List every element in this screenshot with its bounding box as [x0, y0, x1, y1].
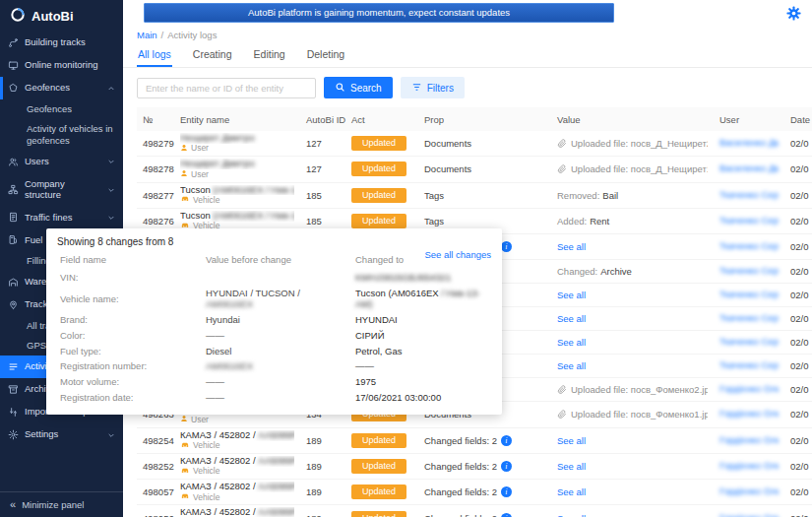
info-icon[interactable]: i [501, 241, 512, 252]
cell-autobi-id: 189 [300, 480, 345, 505]
changes-table: Field nameValue before changeChanged to … [57, 251, 491, 406]
sidebar-item-online-monitoring[interactable]: Online monitoring [0, 54, 123, 77]
tab-all-logs[interactable]: All logs [137, 42, 172, 67]
cell-value: See all [551, 505, 714, 517]
see-all-link[interactable]: See all [557, 486, 586, 497]
vehicle-icon [180, 195, 190, 205]
sidebar-item-traffic-fines[interactable]: Traffic fines [0, 206, 123, 228]
change-before: Hyundai [203, 312, 352, 328]
change-before: АМ0616ЕХ [203, 358, 352, 374]
change-after: —— [352, 358, 491, 374]
announcement-banner: AutoBi platform is gaining momentum, exp… [144, 3, 614, 23]
info-icon[interactable]: i [501, 461, 512, 472]
column-header-7: Date [784, 107, 812, 131]
user-link[interactable]: Ткаченко Сергій [719, 312, 779, 323]
act-badge: Updated [351, 485, 406, 499]
act-badge: Updated [351, 188, 406, 203]
vehicle-icon [180, 467, 190, 477]
cell-user: Ткаченко Сергій [714, 307, 784, 331]
table-row: 498278Нещирет ДмитроUser127UpdatedDocume… [137, 157, 812, 182]
user-link[interactable]: Гордієнко Олексій [719, 512, 779, 517]
see-all-link[interactable]: See all [557, 241, 586, 252]
see-all-link[interactable]: See all [557, 337, 586, 348]
sidebar-subitem-geofences[interactable]: Geofences [0, 99, 123, 119]
user-link[interactable]: Гордієнко Олексій [719, 460, 779, 471]
settings-gear-icon[interactable] [785, 5, 802, 22]
monitoring-icon [8, 60, 19, 71]
cell-prop: Changed fields: 2i [418, 480, 551, 505]
tab-deleting[interactable]: Deleting [306, 42, 346, 67]
user-link[interactable]: Ткаченко Сергій [719, 289, 779, 299]
cell-prop: Changed fields: 2i [418, 505, 551, 517]
cell-act: Updated [345, 131, 418, 157]
user-link[interactable]: Василенко Дмитро [719, 162, 779, 173]
see-all-link[interactable]: See all [557, 461, 586, 472]
tab-creating[interactable]: Creating [192, 42, 233, 67]
cell-date: 02/0 [784, 131, 812, 157]
cell-date: 02/0 [784, 402, 812, 427]
cell-autobi-id: 127 [300, 157, 345, 182]
change-before: Diesel [203, 343, 352, 358]
see-all-link[interactable]: See all [557, 513, 586, 517]
see-all-changes-link[interactable]: See all changes [424, 249, 491, 260]
sidebar-subitem-activity-of-vehicles-in-geofences[interactable]: Activity of vehicles in geofences [0, 119, 123, 151]
users-icon [8, 157, 19, 167]
entity-type: User [180, 144, 294, 154]
sidebar-item-settings[interactable]: Settings [0, 423, 123, 446]
see-all-link[interactable]: See all [557, 290, 586, 300]
app-logo[interactable]: AutoBi [0, 0, 123, 32]
see-all-link[interactable]: See all [557, 360, 586, 371]
filter-icon [411, 82, 422, 95]
cell-act: Updated [345, 427, 418, 453]
user-link[interactable]: Ткаченко Сергій [719, 189, 779, 200]
search-button-label: Search [350, 83, 382, 94]
user-link[interactable]: Гордієнко Олексій [719, 408, 779, 419]
cell-prop: Changed fields: 2i [418, 453, 551, 479]
user-link[interactable]: Гордієнко Олексій [719, 383, 779, 394]
vehicle-icon [180, 492, 190, 502]
breadcrumb-current: Activity logs [167, 30, 217, 40]
sidebar-item-building-tracks[interactable]: Building tracks [0, 32, 123, 54]
info-icon[interactable]: i [501, 486, 512, 497]
user-link[interactable]: Ткаченко Сергій [719, 336, 779, 347]
see-all-link[interactable]: See all [557, 313, 586, 324]
breadcrumb-main-link[interactable]: Main [137, 30, 157, 40]
table-row: 498254КАМАЗ / 452802 / АА5089РХVehicle18… [137, 427, 812, 453]
search-button[interactable]: Search [324, 77, 393, 98]
search-input[interactable] [137, 78, 316, 98]
sidebar-item-users[interactable]: Users [0, 151, 123, 173]
user-link[interactable]: Василенко Дмитро [719, 137, 779, 148]
sidebar-item-company-structure[interactable]: Company structure [0, 173, 123, 207]
paperclip-icon [557, 138, 567, 150]
change-after: Tucson (АМ0616ЕХ / Нив-13-АМ) [352, 286, 491, 312]
filters-button[interactable]: Filters [401, 77, 465, 98]
cell-autobi-id: 127 [300, 131, 345, 157]
see-all-link[interactable]: See all [557, 435, 586, 446]
cell-date: 02/0 [784, 307, 812, 331]
act-badge: Updated [351, 511, 406, 517]
change-before: —— [203, 390, 352, 406]
change-before: —— [203, 328, 352, 344]
change-field: Motor volume: [57, 374, 203, 390]
cell-date: 02/0 [784, 260, 812, 284]
change-row: Motor volume:——1975 [57, 374, 491, 390]
info-icon[interactable]: i [501, 435, 512, 446]
user-link[interactable]: Гордієнко Олексій [719, 485, 779, 496]
cell-prop: Documents [418, 157, 551, 182]
user-link[interactable]: Ткаченко Сергій [719, 240, 779, 251]
user-link[interactable]: Ткаченко Сергій [719, 215, 779, 226]
minimize-panel-button[interactable]: « Minimize panel [0, 491, 123, 517]
cell-value: Uploaded file: посв_Д_Нещирет1.jpg [551, 157, 714, 182]
user-link[interactable]: Ткаченко Сергій [719, 359, 779, 370]
table-row: 498056КАМАЗ / 452802 / АА5089РХVehicle18… [137, 505, 812, 517]
user-link[interactable]: Гордієнко Олексій [719, 434, 779, 445]
info-icon[interactable]: i [501, 513, 512, 517]
change-before: HYUNDAI / TUCSON / АМ0616ЕХ [203, 286, 352, 312]
paperclip-icon [557, 163, 567, 175]
cell-entity: КАМАЗ / 452802 / АА5089РХVehicle [174, 480, 300, 505]
user-link[interactable]: Ткаченко Сергій [719, 265, 779, 276]
sidebar-item-geofences[interactable]: Geofences [0, 77, 123, 99]
tab-editing[interactable]: Editing [253, 42, 286, 67]
cell-user: Гордієнко Олексій [714, 480, 784, 505]
change-field: Fuel type: [57, 343, 203, 358]
